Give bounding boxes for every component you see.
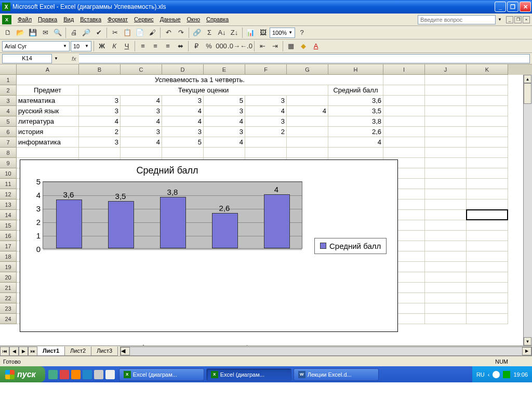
select-all-corner[interactable] xyxy=(0,64,17,75)
name-box[interactable]: K14 xyxy=(2,54,52,63)
start-button[interactable]: пуск xyxy=(0,366,45,382)
row-header-17[interactable]: 17 xyxy=(0,241,17,251)
row-header-5[interactable]: 5 xyxy=(0,116,17,127)
data-cell[interactable]: 4 xyxy=(204,116,245,127)
dec-indent-button[interactable]: ⇤ xyxy=(257,41,268,52)
data-cell[interactable]: 4 xyxy=(162,106,204,116)
cell[interactable] xyxy=(425,210,467,220)
sheet-tab-1[interactable]: Лист1 xyxy=(37,347,65,356)
cell[interactable] xyxy=(383,85,425,96)
col-header-C[interactable]: C xyxy=(121,64,162,75)
italic-button[interactable]: К xyxy=(109,41,120,52)
sheet-tab-3[interactable]: Лист3 xyxy=(91,347,118,356)
row-header-22[interactable]: 22 xyxy=(0,293,17,303)
data-cell[interactable]: 3,8 xyxy=(328,116,383,127)
cell[interactable] xyxy=(467,137,508,148)
cut-button[interactable]: ✂ xyxy=(109,27,121,38)
row-header-7[interactable]: 7 xyxy=(0,137,17,148)
email-button[interactable]: ✉ xyxy=(39,27,51,38)
cell[interactable] xyxy=(425,85,467,96)
data-cell[interactable]: русский язык xyxy=(17,106,79,116)
cell[interactable] xyxy=(425,251,467,262)
cell[interactable] xyxy=(204,148,245,158)
spell-button[interactable]: ✔ xyxy=(93,27,104,38)
row-header-20[interactable]: 20 xyxy=(0,272,17,283)
row-header-12[interactable]: 12 xyxy=(0,189,17,200)
menu-insert[interactable]: Вставка xyxy=(77,15,104,24)
cell[interactable] xyxy=(467,210,508,220)
cell[interactable] xyxy=(467,231,508,241)
search-button[interactable]: 🔍 xyxy=(52,27,63,38)
data-cell[interactable]: 3 xyxy=(121,127,162,137)
cell[interactable] xyxy=(467,158,508,168)
new-button[interactable]: 🗋 xyxy=(2,27,14,38)
cell[interactable] xyxy=(425,158,467,168)
data-cell[interactable]: Предмет xyxy=(17,85,79,96)
col-header-K[interactable]: K xyxy=(467,64,508,75)
sort-desc-button[interactable]: Z↓ xyxy=(229,27,240,38)
quicklaunch-icon-4[interactable] xyxy=(83,370,92,379)
sum-button[interactable]: Σ xyxy=(204,27,215,38)
cell[interactable] xyxy=(425,220,467,231)
maximize-button[interactable]: ❐ xyxy=(507,2,518,12)
zoom-combo[interactable]: 100%▼ xyxy=(270,28,295,38)
hscroll-right-button[interactable]: ▶ xyxy=(522,347,531,355)
save-button[interactable]: 💾 xyxy=(27,27,38,38)
cell[interactable] xyxy=(287,96,328,106)
cell[interactable] xyxy=(425,168,467,179)
cell[interactable] xyxy=(383,75,425,85)
bold-button[interactable]: Ж xyxy=(96,41,108,52)
row-header-8[interactable]: 8 xyxy=(0,148,17,158)
col-header-F[interactable]: F xyxy=(245,64,287,75)
data-cell[interactable]: 3 xyxy=(204,127,245,137)
scroll-down-button[interactable]: ▼ xyxy=(524,337,531,345)
data-cell[interactable]: 3 xyxy=(79,137,121,148)
hscroll-left-button[interactable]: ◀ xyxy=(121,347,130,355)
data-cell[interactable]: 4 xyxy=(121,96,162,106)
row-header-13[interactable]: 13 xyxy=(0,200,17,210)
cell[interactable] xyxy=(383,106,425,116)
cell[interactable] xyxy=(467,272,508,283)
cell[interactable] xyxy=(467,148,508,158)
link-button[interactable]: 🔗 xyxy=(191,27,203,38)
cell[interactable] xyxy=(383,127,425,137)
cell[interactable] xyxy=(162,148,204,158)
inc-decimal-button[interactable]: .0→ xyxy=(228,41,240,52)
sort-asc-button[interactable]: A↓ xyxy=(216,27,228,38)
formula-input[interactable] xyxy=(79,54,530,63)
help-button[interactable]: ? xyxy=(296,27,308,38)
cell[interactable] xyxy=(467,106,508,116)
cell[interactable] xyxy=(425,314,467,324)
preview-button[interactable]: 🔎 xyxy=(81,27,92,38)
cell[interactable] xyxy=(425,179,467,189)
data-cell[interactable]: 4 xyxy=(121,137,162,148)
cell[interactable] xyxy=(467,293,508,303)
align-right-button[interactable]: ≡ xyxy=(162,41,174,52)
fx-label[interactable]: fx xyxy=(72,56,76,62)
cell[interactable] xyxy=(425,137,467,148)
data-cell[interactable]: 4 xyxy=(121,116,162,127)
data-cell[interactable]: информатика xyxy=(17,137,79,148)
cell[interactable] xyxy=(17,148,79,158)
data-cell[interactable]: 2 xyxy=(245,127,287,137)
cell[interactable] xyxy=(425,116,467,127)
col-header-D[interactable]: D xyxy=(162,64,204,75)
cell[interactable] xyxy=(425,96,467,106)
cell[interactable] xyxy=(328,148,383,158)
data-cell[interactable]: 4 xyxy=(162,116,204,127)
row-header-2[interactable]: 2 xyxy=(0,85,17,96)
col-header-A[interactable]: A xyxy=(17,64,79,75)
cell[interactable] xyxy=(467,241,508,251)
tray-icon-1[interactable] xyxy=(493,371,500,378)
cell[interactable] xyxy=(425,106,467,116)
data-cell[interactable]: 3 xyxy=(245,116,287,127)
cell[interactable] xyxy=(425,127,467,137)
cell[interactable] xyxy=(425,231,467,241)
cell[interactable] xyxy=(467,96,508,106)
help-search-input[interactable] xyxy=(418,15,496,24)
menu-format[interactable]: Формат xyxy=(104,15,131,24)
cell[interactable] xyxy=(467,85,508,96)
data-cell[interactable]: 3 xyxy=(162,96,204,106)
cell[interactable] xyxy=(121,148,162,158)
horizontal-scrollbar[interactable]: ◀ ▶ xyxy=(120,347,532,356)
